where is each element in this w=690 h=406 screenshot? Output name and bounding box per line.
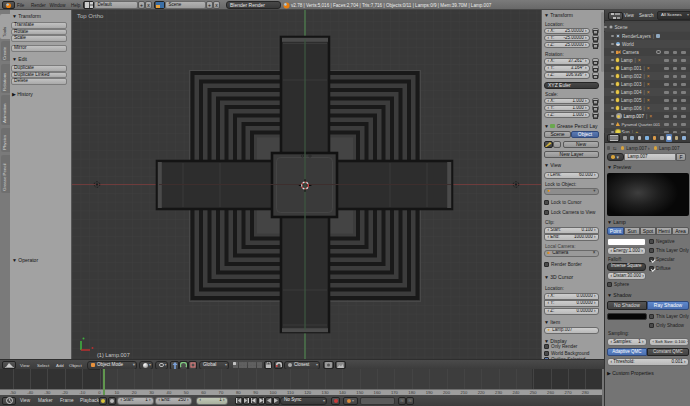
svg-text:(1) Lamp.007: (1) Lamp.007 [97, 352, 130, 358]
svg-text:Top Ortho: Top Ortho [77, 13, 104, 19]
